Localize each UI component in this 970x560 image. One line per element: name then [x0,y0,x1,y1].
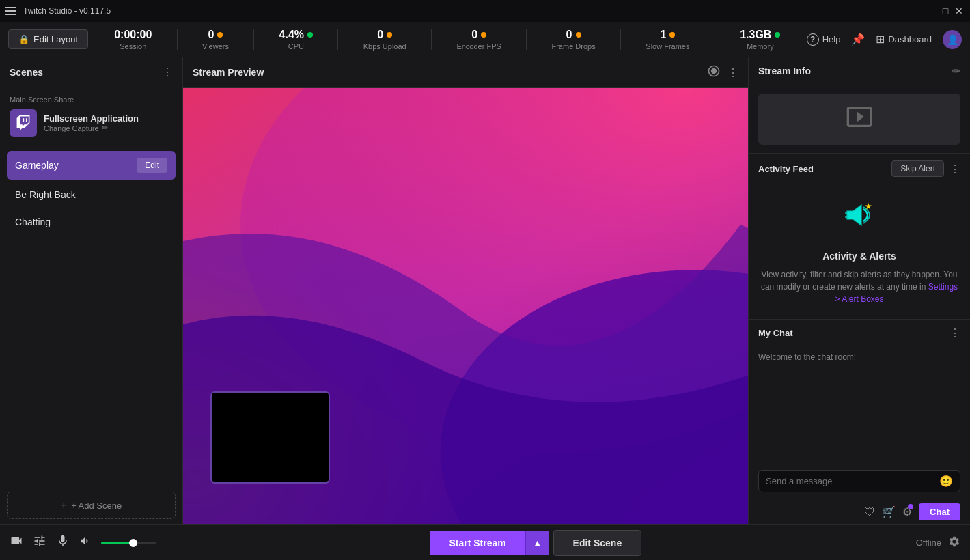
help-button[interactable]: ? Help [807,33,841,46]
encoder-fps-stat: 0 Encoder FPS [456,29,501,51]
viewers-dot [217,32,223,38]
chat-input-area: 🙂 [749,464,970,498]
chat-send-button[interactable]: Chat [919,503,960,520]
pencil-icon: ✏ [102,124,108,132]
audio-settings-button[interactable] [33,534,46,551]
cpu-value: 4.4% [279,29,313,41]
volume-slider[interactable] [101,542,156,544]
frame-drops-dot [576,32,581,38]
slow-frames-value: 1 [660,29,675,41]
encoder-fps-value: 0 [471,29,486,41]
stream-preview-menu-icon[interactable]: ⋮ [728,66,738,79]
chat-input-row: 🙂 [758,470,960,492]
stream-preview-record-icon[interactable] [707,64,721,81]
scene-item-be-right-back[interactable]: Be Right Back [7,182,176,207]
hamburger-icon[interactable] [5,7,16,15]
session-value: 0:00:00 [114,29,152,41]
volume-icon-button[interactable] [79,535,92,550]
main-content: Scenes ⋮ Main Screen Share Fullscreen Ap… [0,57,970,524]
activity-feed-header: Activity Feed Skip Alert ⋮ [749,154,970,184]
activity-feed-menu-icon[interactable]: ⋮ [950,163,960,176]
dashboard-icon: ⊞ [876,33,885,46]
cpu-dot [307,32,313,38]
scenes-menu-icon[interactable]: ⋮ [162,66,173,79]
stream-info-edit-icon[interactable]: ✏ [952,66,960,76]
cart-chat-button[interactable]: 🛒 [882,505,896,518]
chat-actions: 🛡 🛒 ⚙ Chat [749,498,970,524]
title-bar-left: Twitch Studio - v0.117.5 [5,6,111,16]
stat-divider-6 [620,29,621,50]
edit-layout-button[interactable]: 🔒 Edit Layout [8,29,88,49]
stat-divider-4 [431,29,432,50]
chat-message-input[interactable] [766,476,939,486]
avatar[interactable]: 👤 [943,30,962,49]
add-scene-button[interactable]: + + Add Scene [7,492,176,519]
slow-frames-dot [669,32,675,38]
settings-chat-button[interactable]: ⚙ [902,505,912,518]
alert-boxes-link[interactable]: Settings > Alert Boxes [835,282,958,304]
bottom-bar: Start Stream ▲ Edit Scene Offline [0,524,970,560]
shield-chat-button[interactable]: 🛡 [864,506,875,518]
scene-item-chatting[interactable]: Chatting [7,210,176,234]
activity-description: View activity, filter and skip alerts as… [758,268,960,305]
scene-item-gameplay[interactable]: Gameplay Edit [7,151,176,180]
kbps-value: 0 [377,29,392,41]
edit-scene-button[interactable]: Edit Scene [553,530,642,556]
viewers-value: 0 [208,29,223,41]
my-chat-menu-icon[interactable]: ⋮ [950,326,960,339]
mic-button[interactable] [56,534,70,551]
stream-preview-panel: Stream Preview ⋮ [183,57,748,524]
memory-label: Memory [747,42,774,51]
stat-divider-7 [715,29,715,50]
stream-info-title: Stream Info [758,66,811,76]
stats-group: 0:00:00 Session 0 Viewers 4.4% CPU 0 K [102,29,793,51]
stream-preview-controls: ⋮ [707,64,738,81]
edit-layout-label: Edit Layout [33,34,78,44]
scenes-panel-header: Scenes ⋮ [0,57,182,87]
camera-toggle-button[interactable] [10,534,23,551]
viewers-label: Viewers [202,42,229,51]
frame-drops-value: 0 [566,29,581,41]
stream-settings-button[interactable] [948,535,960,550]
session-stat: 0:00:00 Session [114,29,152,51]
start-stream-expand-button[interactable]: ▲ [525,531,549,555]
start-stream-button[interactable]: Start Stream [430,531,525,555]
frame-drops-stat: 0 Frame Drops [551,29,595,51]
my-chat-header: My Chat ⋮ [749,320,970,346]
add-scene-label: + Add Scene [71,501,122,511]
encoder-fps-dot [481,32,486,38]
cart-icon: 🛒 [882,506,896,518]
scene-chatting-label: Chatting [15,216,51,227]
close-button[interactable]: ✕ [954,5,965,16]
chat-messages: Welcome to the chat room! [749,346,970,464]
scenes-title: Scenes [10,67,43,78]
memory-stat: 1.3GB Memory [740,29,780,51]
activity-feed-title: Activity Feed [758,164,814,174]
minimize-button[interactable]: — [926,5,937,16]
svg-point-0 [711,68,717,74]
pin-button[interactable]: 📌 [851,33,865,46]
pin-icon: 📌 [851,33,865,46]
window-controls: — □ ✕ [926,5,965,16]
stat-divider-2 [253,29,254,50]
thumbnail-placeholder-icon [846,103,873,135]
plus-icon: + [61,499,67,512]
gameplay-edit-button[interactable]: Edit [137,158,167,173]
stream-thumbnail [758,94,960,145]
maximize-button[interactable]: □ [940,5,951,16]
change-capture-button[interactable]: Change Capture ✏ [44,124,173,132]
skip-alert-button[interactable]: Skip Alert [891,160,944,177]
stats-bar: 🔒 Edit Layout 0:00:00 Session 0 Viewers … [0,22,970,57]
stat-divider-3 [337,29,338,50]
bottom-center-controls: Start Stream ▲ Edit Scene [156,530,916,556]
stream-canvas [183,88,748,524]
chat-emoji-button[interactable]: 🙂 [939,475,953,488]
title-bar: Twitch Studio - v0.117.5 — □ ✕ [0,0,970,22]
help-icon: ? [807,33,819,46]
dashboard-button[interactable]: ⊞ Dashboard [876,33,932,46]
scene-list: Gameplay Edit Be Right Back Chatting [0,145,182,486]
capture-label: Main Screen Share [10,96,173,104]
memory-dot [775,32,780,38]
frame-drops-label: Frame Drops [551,42,595,51]
viewers-stat: 0 Viewers [202,29,229,51]
